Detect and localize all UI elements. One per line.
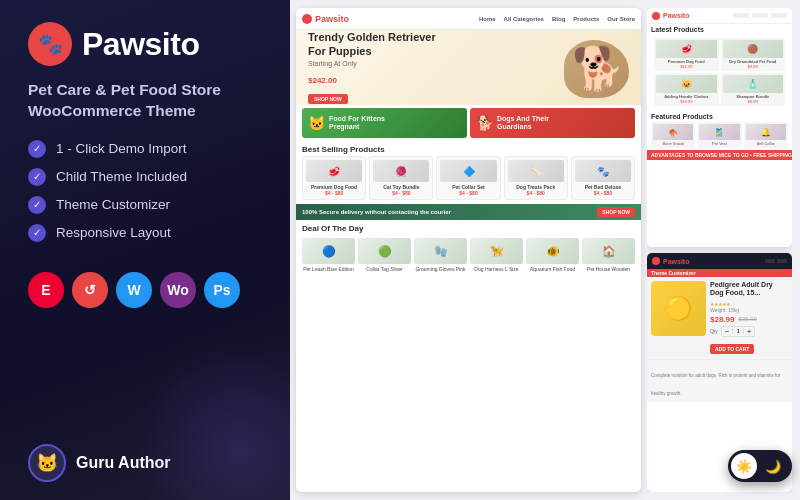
- feature-item-1: ✓ 1 - Click Demo Import: [28, 140, 262, 158]
- big-product-info: Pedigree Adult Dry Dog Food, 15... ★★★★★…: [710, 281, 788, 355]
- check-icon-3: ✓: [28, 196, 46, 214]
- elementor-icon: E: [28, 272, 64, 308]
- product-card-3: 🔷 Pet Collar Set $4 - $80: [436, 156, 500, 200]
- dark-mode-button[interactable]: 🌙: [760, 453, 786, 479]
- product-price-2: $4 - $80: [373, 190, 429, 196]
- featured-item-img-1: 🍖: [653, 124, 693, 140]
- latest-products-section: Latest Products 🥩 Premium Dog Food $12.9…: [647, 24, 792, 111]
- promo-banner-dogs-text: Dogs And TheirGuardians: [497, 115, 549, 132]
- ticker-bar: ADVANTAGES TO BROWSE MICE TO GO • FREE S…: [647, 150, 792, 160]
- dark-mode-toggle[interactable]: ☀️ 🌙: [728, 450, 792, 482]
- promo-stripe: 100% Secure delivery without contacting …: [296, 204, 641, 220]
- deal-card-4: 🦮 Dog Harness L Size: [470, 238, 523, 272]
- side-product-img-1: 🥩: [656, 40, 717, 58]
- side-product-price-1: $12.99: [656, 64, 717, 69]
- featured-title: Featured Products: [651, 113, 788, 120]
- qty-value: 1: [732, 328, 743, 334]
- product-img-3: 🔷: [440, 160, 496, 182]
- side-previews: Pawsito Latest Products 🥩 Premium Dog Fo…: [647, 8, 792, 492]
- sun-icon: ☀️: [736, 459, 752, 474]
- product-card-5: 🐾 Pet Bed Deluxe $4 - $80: [571, 156, 635, 200]
- product-card-2: 🧶 Cat Toy Bundle $4 - $80: [369, 156, 433, 200]
- side-product-1: 🥩 Premium Dog Food $12.99: [654, 38, 719, 71]
- big-product-old-price: $35.00: [738, 316, 756, 322]
- woocommerce-icon: Wo: [160, 272, 196, 308]
- side-product-4: 🧴 Shampoo Bundle $8.99: [721, 73, 786, 106]
- deal-title: Deal Of The Day: [296, 220, 641, 235]
- bottom-banner-text: Theme Customizer: [651, 270, 696, 276]
- product-price-5: $4 - $80: [575, 190, 631, 196]
- wordpress-icon: W: [116, 272, 152, 308]
- big-product-price: $28.99: [710, 315, 734, 324]
- featured-item-img-2: 🎽: [699, 124, 739, 140]
- featured-item-3: 🔔 Bell Collar: [744, 122, 788, 148]
- featured-item-1: 🍖 Bone Snack: [651, 122, 695, 148]
- product-description: Complete nutrition for adult dogs. Rich …: [647, 359, 792, 402]
- deal-name-6: Pet House Wooden: [582, 266, 635, 272]
- promo-stripe-cta: SHOP NOW: [597, 207, 635, 217]
- side-product-2: 🟤 Dry Granulated Pet Food $9.99: [721, 38, 786, 71]
- featured-grid: 🍖 Bone Snack 🎽 Pet Vest 🔔 Bell Collar: [651, 122, 788, 148]
- tagline: Pet Care & Pet Food Store WooCommerce Th…: [28, 80, 262, 122]
- bottom-preview-content: 🟡 Pedigree Adult Dry Dog Food, 15... ★★★…: [647, 277, 792, 359]
- qty-label: Qty: [710, 328, 718, 334]
- deal-img-4: 🦮: [470, 238, 523, 264]
- deal-name-3: Grooming Gloves Pink: [414, 266, 467, 272]
- product-price-1: $4 - $80: [306, 190, 362, 196]
- deal-products: 🔵 Pet Leash Blue Edition 🟢 Collar Tag Si…: [296, 235, 641, 275]
- product-img-5: 🐾: [575, 160, 631, 182]
- check-icon-1: ✓: [28, 140, 46, 158]
- promo-banner-dogs: 🐕 Dogs And TheirGuardians: [470, 108, 635, 138]
- product-img-4: 🦴: [508, 160, 564, 182]
- qty-minus[interactable]: −: [722, 327, 733, 336]
- featured-item-2: 🎽 Pet Vest: [697, 122, 741, 148]
- best-selling-title: Best Selling Products: [296, 141, 641, 156]
- deal-card-6: 🏠 Pet House Wooden: [582, 238, 635, 272]
- photoshop-icon: Ps: [204, 272, 240, 308]
- add-to-cart-button[interactable]: ADD TO CART: [710, 344, 754, 354]
- side-product-img-3: 🐱: [656, 75, 717, 93]
- product-price-row: $28.99 $35.00: [710, 315, 788, 324]
- product-card-4: 🦴 Dog Treats Pack $4 - $80: [504, 156, 568, 200]
- deal-img-2: 🟢: [358, 238, 411, 264]
- side-nav-1: [733, 13, 749, 18]
- side-product-price-2: $9.99: [723, 64, 784, 69]
- product-img-1: 🥩: [306, 160, 362, 182]
- author-label: Guru Author: [76, 454, 171, 472]
- tech-icons-row: E ↺ W Wo Ps: [28, 272, 262, 308]
- featured-item-name-1: Bone Snack: [653, 141, 693, 146]
- product-card-1: 🥩 Premium Dog Food $4 - $80: [302, 156, 366, 200]
- deal-img-1: 🔵: [302, 238, 355, 264]
- hero-cta: SHOP NOW: [308, 94, 348, 104]
- bottom-nav-1: [765, 259, 775, 263]
- bottom-preview-header: Pawsito: [647, 253, 792, 269]
- nav-home: Home: [479, 16, 496, 22]
- side-logo-dot: [652, 12, 660, 20]
- author-icon: 🐱: [28, 444, 66, 482]
- qty-stepper[interactable]: − 1 +: [721, 326, 756, 337]
- light-mode-button[interactable]: ☀️: [731, 453, 757, 479]
- big-product-name: Pedigree Adult Dry Dog Food, 15...: [710, 281, 788, 298]
- promo-banner-kittens: 🐱 Food For KittensPregnant: [302, 108, 467, 138]
- deal-name-5: Aquarium Fish Food: [526, 266, 579, 272]
- side-preview-header-top: Pawsito: [647, 8, 792, 24]
- preview-logo: Pawsito: [302, 14, 349, 24]
- side-nav-3: [771, 13, 787, 18]
- deal-name-2: Collar Tag Silver: [358, 266, 411, 272]
- moon-icon: 🌙: [765, 459, 781, 474]
- check-icon-2: ✓: [28, 168, 46, 186]
- product-description-text: Complete nutrition for adult dogs. Rich …: [651, 373, 780, 396]
- deal-card-2: 🟢 Collar Tag Silver: [358, 238, 411, 272]
- logo-row: 🐾 Pawsito: [28, 22, 262, 66]
- left-panel: 🐾 Pawsito Pet Care & Pet Food Store WooC…: [0, 0, 290, 500]
- qty-plus[interactable]: +: [744, 327, 755, 336]
- promo-banner-kittens-text: Food For KittensPregnant: [329, 115, 385, 132]
- featured-item-name-2: Pet Vest: [699, 141, 739, 146]
- hero-subtitle: Starting At Only: [308, 60, 436, 67]
- promo-stripe-text: 100% Secure delivery without contacting …: [302, 209, 451, 215]
- nav-categories: All Categories: [504, 16, 544, 22]
- side-product-img-4: 🧴: [723, 75, 784, 93]
- best-selling-products: 🥩 Premium Dog Food $4 - $80 🧶 Cat Toy Bu…: [296, 156, 641, 200]
- right-panel: Pawsito Home All Categories Blog Product…: [290, 0, 800, 500]
- logo-text: Pawsito: [82, 26, 199, 63]
